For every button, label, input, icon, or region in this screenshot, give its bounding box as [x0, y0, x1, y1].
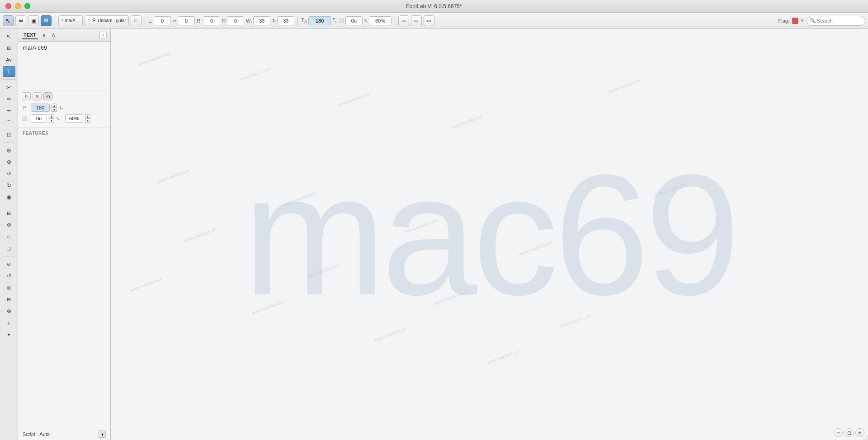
text-item[interactable]: ma/A c69 [18, 42, 110, 54]
pin-tool[interactable]: ⊕ [3, 145, 15, 156]
text-size-right-icon: Tr [332, 17, 337, 24]
script-dropdown-btn[interactable]: ▾ [99, 431, 106, 438]
close-button[interactable] [5, 3, 11, 9]
size-stepper[interactable]: ▲ ▼ [52, 104, 57, 112]
view-btn-1[interactable]: ▭ [398, 15, 409, 26]
search-icon: 🔍 [810, 18, 816, 24]
maximize-button[interactable] [24, 3, 30, 9]
undo-rotate-tool[interactable]: ↺ [3, 270, 15, 281]
optical-input-row: ⬜ ▲ ▼ ⤡ ▲ ▼ [18, 113, 110, 124]
breadcrumb-glyph[interactable]: G: [131, 15, 142, 26]
text-size-label: TA [301, 17, 307, 24]
canvas-preview: mac69 www.mac69.com www.mac69.com www.ma… [111, 29, 868, 440]
view-btn-3[interactable]: ▭ [424, 15, 434, 26]
text-metrics-tool[interactable]: Av [3, 54, 15, 65]
text-size-input[interactable] [308, 16, 331, 25]
scale-down-btn[interactable]: ▼ [85, 118, 90, 123]
view-btn-2[interactable]: ▭ [411, 15, 422, 26]
gap2-icon: ⊡ [222, 18, 226, 23]
wm-2: www.mac69.com [237, 66, 271, 82]
wm-9: www.mac69.com [129, 276, 163, 293]
scale-pct-input[interactable] [65, 114, 83, 123]
wm-18: www.mac69.com [653, 181, 687, 198]
star-tool[interactable]: ✦ [3, 329, 15, 340]
tracking-stepper[interactable]: ▲ ▼ [49, 114, 54, 123]
brush-tool[interactable]: ⌒ [3, 117, 15, 128]
rect-tool[interactable]: □ [3, 243, 15, 254]
corner-tool[interactable]: ↻ [3, 180, 15, 191]
ctrl-x[interactable]: ✕ [33, 92, 42, 100]
pencil-tool[interactable]: ✏ [3, 94, 15, 104]
smooth-tool[interactable]: ◉ [3, 192, 15, 203]
resize-corner[interactable] [861, 433, 868, 440]
flag-color-dot[interactable] [792, 18, 798, 24]
knife-tool[interactable]: ✂ [3, 82, 15, 93]
grid-tool[interactable]: ⊞ [3, 208, 15, 218]
ctrl-n2[interactable]: ·n [43, 92, 52, 100]
side-panel: TEXT a A + ma/A c69 n ✕ ·n Tᴬ ▲ ▼ Tᵣ ⬜ [18, 29, 111, 440]
R-input[interactable] [203, 16, 220, 25]
scale-up-btn[interactable]: ▲ [85, 114, 90, 118]
L-label: L: [148, 18, 152, 24]
separator-1 [55, 16, 55, 26]
tracking-down-btn[interactable]: ▼ [49, 118, 54, 123]
zoom-in-tool[interactable]: ⊕ [3, 156, 15, 167]
pointer-tool[interactable]: ↖ [3, 31, 15, 42]
tool-pointer-btn[interactable]: ↖ [3, 15, 14, 26]
zoom-out-btn[interactable]: − [834, 428, 843, 437]
tracking-input[interactable] [31, 114, 47, 123]
wm-6: www.mac69.com [283, 190, 316, 207]
optical-input[interactable] [345, 16, 363, 25]
contour-tool[interactable]: ↺ [3, 168, 15, 179]
canvas-area[interactable]: mac69 www.mac69.com www.mac69.com www.ma… [111, 29, 868, 440]
nodes-tool[interactable]: ⊞ [3, 294, 15, 305]
tracking-up-btn[interactable]: ▲ [49, 114, 54, 118]
tab-uppercase[interactable]: A [50, 32, 57, 39]
separator-3 [297, 16, 298, 26]
gap-icon: ⇔ [173, 18, 176, 23]
transform-tool[interactable]: ⊞ [3, 43, 15, 53]
spiral-tool[interactable]: ◎ [3, 282, 15, 293]
angle-input[interactable] [277, 16, 294, 25]
breadcrumb-font[interactable]: F: F: Unnam...gular [85, 15, 128, 26]
wm-8: www.mac69.com [518, 240, 552, 256]
scale-icon-label: ⤡ [56, 116, 63, 121]
wm-16: www.mac69.com [558, 312, 592, 329]
eraser-tool[interactable]: ◫ [3, 129, 15, 140]
gap1-input[interactable] [178, 16, 195, 25]
add-tool[interactable]: + [3, 317, 15, 328]
add-text-button[interactable]: + [99, 32, 107, 39]
tool-spacing-btn[interactable]: ▣ [28, 15, 39, 26]
window-controls[interactable] [5, 3, 30, 9]
breadcrumb-text[interactable]: T ma/A ... [58, 15, 83, 26]
ctrl-n1[interactable]: n [22, 92, 31, 100]
toolbar-right: Flag: ▾ 🔍 [778, 16, 865, 26]
tab-lowercase[interactable]: a [41, 32, 47, 39]
gap2-input[interactable] [227, 16, 244, 25]
type-tool[interactable]: T [3, 66, 15, 77]
tool-match-btn[interactable]: M [41, 15, 52, 26]
optical-sq-label: ⬜ [22, 116, 29, 121]
wm-1: www.mac69.com [138, 50, 172, 66]
tab-text[interactable]: TEXT [22, 31, 38, 39]
W-input[interactable] [253, 16, 270, 25]
anchor-tool[interactable]: ⊘ [3, 259, 15, 270]
pen-tool[interactable]: ✒ [3, 105, 15, 116]
panel-header: TEXT a A + [18, 29, 110, 42]
size-value-input[interactable] [31, 104, 50, 112]
zoom-fit-btn[interactable]: ⊡ [844, 428, 854, 437]
curves-tool[interactable]: ⊕ [3, 306, 15, 317]
scale-stepper[interactable]: ▲ ▼ [85, 114, 90, 123]
L-input[interactable] [154, 16, 171, 25]
ellipse-tool[interactable]: ○ [3, 231, 15, 242]
tool-metrics-btn[interactable]: ⇔ [15, 15, 26, 26]
text-size-group: TA Tr [301, 16, 337, 25]
flag-dropdown-arrow[interactable]: ▾ [801, 18, 804, 24]
minimize-button[interactable] [15, 3, 21, 9]
measure-tool[interactable]: ⊕ [3, 219, 15, 230]
tool-sep-3 [3, 205, 15, 205]
size-up-btn[interactable]: ▲ [52, 104, 57, 108]
size-tr-label: Tᵣ [59, 105, 66, 110]
scale-input[interactable] [369, 16, 392, 25]
size-down-btn[interactable]: ▼ [52, 108, 57, 112]
